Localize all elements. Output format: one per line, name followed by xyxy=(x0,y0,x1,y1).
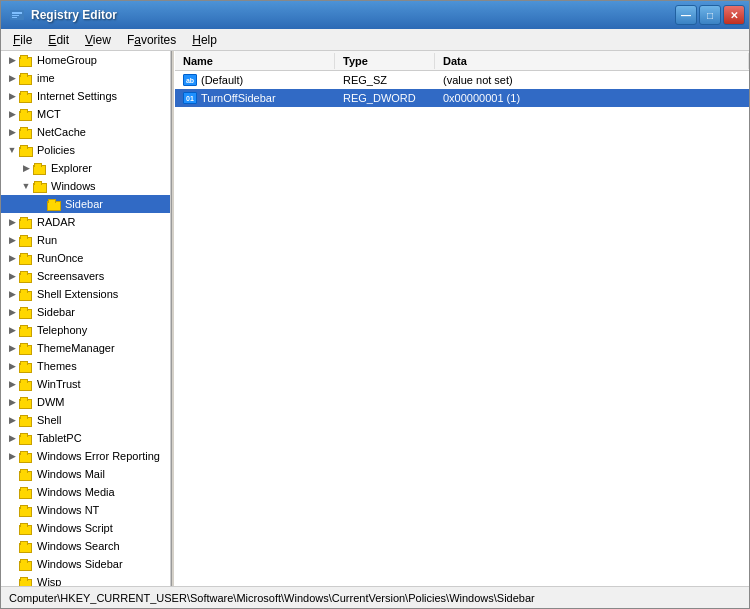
folder-icon-sidebar xyxy=(47,197,63,211)
tree-item-windows-search[interactable]: Windows Search xyxy=(1,537,170,555)
tree-item-screensavers[interactable]: ▶ Screensavers xyxy=(1,267,170,285)
label-dwm: DWM xyxy=(37,396,65,408)
cell-name-default: ab (Default) xyxy=(175,73,335,87)
tree-item-thememanager[interactable]: ▶ ThemeManager xyxy=(1,339,170,357)
expander-run: ▶ xyxy=(5,231,19,249)
menu-edit[interactable]: Edit xyxy=(40,31,77,49)
tree-item-explorer[interactable]: ▶ Explorer xyxy=(1,159,170,177)
tree-item-ime[interactable]: ▶ ime xyxy=(1,69,170,87)
close-button[interactable]: ✕ xyxy=(723,5,745,25)
tree-item-mct[interactable]: ▶ MCT xyxy=(1,105,170,123)
title-bar-left: Registry Editor xyxy=(9,7,117,23)
svg-rect-3 xyxy=(12,17,17,18)
label-explorer: Explorer xyxy=(51,162,92,174)
menu-file[interactable]: File xyxy=(5,31,40,49)
folder-icon-policies xyxy=(19,143,35,157)
folder-icon-wer xyxy=(19,449,35,463)
tree-item-telephony[interactable]: ▶ Telephony xyxy=(1,321,170,339)
tree-item-windows-script[interactable]: Windows Script xyxy=(1,519,170,537)
folder-icon-homegroup xyxy=(19,53,35,67)
expander-mct: ▶ xyxy=(5,105,19,123)
menu-view[interactable]: View xyxy=(77,31,119,49)
tree-item-dwm[interactable]: ▶ DWM xyxy=(1,393,170,411)
expander-windows-search xyxy=(5,537,19,555)
expander-wintrust: ▶ xyxy=(5,375,19,393)
folder-icon-themes xyxy=(19,359,35,373)
tree-item-tabletpc[interactable]: ▶ TabletPC xyxy=(1,429,170,447)
tree-item-themes[interactable]: ▶ Themes xyxy=(1,357,170,375)
tree-item-windows-mail[interactable]: Windows Mail xyxy=(1,465,170,483)
expander-telephony: ▶ xyxy=(5,321,19,339)
tree-item-windows-sidebar[interactable]: Windows Sidebar xyxy=(1,555,170,573)
label-windows-mail: Windows Mail xyxy=(37,468,105,480)
tree-item-radar[interactable]: ▶ RADAR xyxy=(1,213,170,231)
label-turnoffsidebar: TurnOffSidebar xyxy=(201,92,276,104)
tree-item-shell-extensions[interactable]: ▶ Shell Extensions xyxy=(1,285,170,303)
expander-thememanager: ▶ xyxy=(5,339,19,357)
label-windows: Windows xyxy=(51,180,96,192)
expander-windows-nt xyxy=(5,501,19,519)
maximize-button[interactable]: □ xyxy=(699,5,721,25)
label-windows-media: Windows Media xyxy=(37,486,115,498)
label-radar: RADAR xyxy=(37,216,76,228)
app-icon xyxy=(9,7,25,23)
label-windows-script: Windows Script xyxy=(37,522,113,534)
tree-item-netcache[interactable]: ▶ NetCache xyxy=(1,123,170,141)
menu-help[interactable]: Help xyxy=(184,31,225,49)
tree-item-wintrust[interactable]: ▶ WinTrust xyxy=(1,375,170,393)
tree-item-windows[interactable]: ▼ Windows xyxy=(1,177,170,195)
expander-windows-sidebar xyxy=(5,555,19,573)
tree-item-shell[interactable]: ▶ Shell xyxy=(1,411,170,429)
folder-icon-runonce xyxy=(19,251,35,265)
expander-windows: ▼ xyxy=(19,177,33,195)
folder-icon-thememanager xyxy=(19,341,35,355)
folder-icon-mct xyxy=(19,107,35,121)
detail-row-turnoffsidebar[interactable]: 01 TurnOffSidebar REG_DWORD 0x00000001 (… xyxy=(175,89,749,107)
label-runonce: RunOnce xyxy=(37,252,83,264)
status-text: Computer\HKEY_CURRENT_USER\Software\Micr… xyxy=(9,592,535,604)
tree-item-homegroup[interactable]: ▶ HomeGroup xyxy=(1,51,170,69)
label-windows-sidebar: Windows Sidebar xyxy=(37,558,123,570)
tree-item-sidebar-selected[interactable]: Sidebar xyxy=(1,195,170,213)
expander-tabletpc: ▶ xyxy=(5,429,19,447)
label-themes: Themes xyxy=(37,360,77,372)
tree-item-wer[interactable]: ▶ Windows Error Reporting xyxy=(1,447,170,465)
expander-sidebar2: ▶ xyxy=(5,303,19,321)
expander-netcache: ▶ xyxy=(5,123,19,141)
window-title: Registry Editor xyxy=(31,8,117,22)
label-wer: Windows Error Reporting xyxy=(37,450,160,462)
folder-icon-windows xyxy=(33,179,49,193)
expander-shell: ▶ xyxy=(5,411,19,429)
folder-icon-sidebar2 xyxy=(19,305,35,319)
folder-icon-explorer xyxy=(33,161,49,175)
tree-item-windows-nt[interactable]: Windows NT xyxy=(1,501,170,519)
expander-windows-script xyxy=(5,519,19,537)
expander-sidebar xyxy=(33,195,47,213)
reg-icon-ab: ab xyxy=(183,74,197,86)
cell-type-default: REG_SZ xyxy=(335,73,435,87)
label-default: (Default) xyxy=(201,74,243,86)
minimize-button[interactable]: — xyxy=(675,5,697,25)
registry-editor-window: Registry Editor — □ ✕ File Edit View Fav… xyxy=(0,0,750,609)
tree-item-sidebar2[interactable]: ▶ Sidebar xyxy=(1,303,170,321)
folder-icon-wisp xyxy=(19,575,35,586)
tree-item-wisp[interactable]: Wisp xyxy=(1,573,170,586)
folder-icon-run xyxy=(19,233,35,247)
detail-row-default[interactable]: ab (Default) REG_SZ (value not set) xyxy=(175,71,749,89)
label-wintrust: WinTrust xyxy=(37,378,81,390)
label-thememanager: ThemeManager xyxy=(37,342,115,354)
cell-type-turnoffsidebar: REG_DWORD xyxy=(335,91,435,105)
menu-favorites[interactable]: Favorites xyxy=(119,31,184,49)
expander-ime: ▶ xyxy=(5,69,19,87)
col-header-data: Data xyxy=(435,53,749,69)
tree-item-windows-media[interactable]: Windows Media xyxy=(1,483,170,501)
expander-shell-extensions: ▶ xyxy=(5,285,19,303)
label-shell: Shell xyxy=(37,414,61,426)
expander-policies: ▼ xyxy=(5,141,19,159)
tree-item-policies[interactable]: ▼ Policies xyxy=(1,141,170,159)
tree-item-runonce[interactable]: ▶ RunOnce xyxy=(1,249,170,267)
folder-icon-windows-nt xyxy=(19,503,35,517)
tree-pane[interactable]: ▶ HomeGroup ▶ ime ▶ Internet Settings ▶ … xyxy=(1,51,171,586)
tree-item-run[interactable]: ▶ Run xyxy=(1,231,170,249)
tree-item-internet-settings[interactable]: ▶ Internet Settings xyxy=(1,87,170,105)
